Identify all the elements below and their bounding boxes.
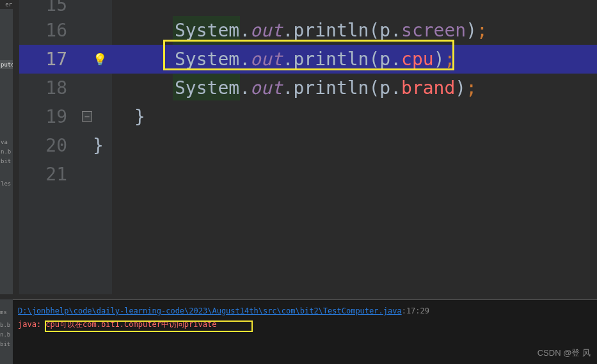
line-number: 17	[19, 49, 67, 70]
code-content: System.out.println(p.cpu);	[175, 49, 455, 70]
line-number: 19	[19, 106, 67, 127]
project-sidebar[interactable]: er puter va n.b bit les	[0, 0, 13, 294]
error-prefix: java:	[18, 320, 45, 329]
console-line[interactable]: java: cpu可以在com.bit1.Computer中访问private	[13, 317, 597, 333]
sidebar-item[interactable]: n.b	[0, 147, 12, 156]
code-line[interactable]: 18 System.out.println(p.brand);	[19, 74, 597, 102]
sidebar-tab-active[interactable]: puter	[0, 60, 13, 69]
line-number: 16	[19, 20, 67, 41]
line-number: 21	[19, 164, 67, 185]
code-line[interactable]: 20 }	[19, 131, 597, 160]
error-message: cpu可以在com.bit1.Computer中访问private	[45, 320, 216, 329]
code-content: System.out.println(p.screen);	[175, 20, 488, 41]
error-file-link[interactable]: D:\jonbhelp\code\daily-learning-code\202…	[18, 306, 402, 315]
sidebar-item[interactable]: bit	[0, 157, 12, 166]
fold-icon[interactable]: −	[82, 111, 92, 122]
code-line[interactable]: 16 System.out.println(p.screen);	[19, 16, 597, 45]
error-location: :17:29	[402, 306, 429, 315]
code-editor[interactable]: 15 16 System.out.println(p.screen); 17 💡…	[19, 0, 597, 294]
sidebar-item[interactable]: n.b	[0, 331, 10, 338]
sidebar-item[interactable]: va	[0, 138, 8, 146]
line-number: 18	[19, 77, 67, 99]
sidebar-item[interactable]: ms	[0, 309, 7, 315]
sidebar-item[interactable]: bit	[0, 341, 10, 347]
console-line[interactable]: D:\jonbhelp\code\daily-learning-code\202…	[13, 300, 597, 317]
code-content: System.out.println(p.brand);	[175, 77, 477, 99]
code-content: }	[93, 135, 104, 156]
code-line-current[interactable]: 17 💡 System.out.println(p.cpu);	[19, 45, 597, 74]
line-number: 20	[19, 135, 67, 156]
console-sidebar[interactable]: ms b.b n.b bit	[0, 299, 13, 364]
sidebar-tab[interactable]: er	[0, 0, 13, 9]
sidebar-item[interactable]: les	[0, 179, 12, 188]
console-panel[interactable]: D:\jonbhelp\code\daily-learning-code\202…	[13, 299, 597, 364]
line-number: 15	[19, 0, 67, 15]
lightbulb-icon[interactable]: 💡	[93, 52, 107, 66]
code-line[interactable]: 19 − }	[19, 102, 597, 131]
sidebar-item[interactable]: b.b	[0, 322, 10, 328]
code-line[interactable]: 21	[19, 160, 597, 189]
watermark: CSDN @登 风	[537, 347, 591, 359]
code-content: }	[134, 106, 145, 127]
